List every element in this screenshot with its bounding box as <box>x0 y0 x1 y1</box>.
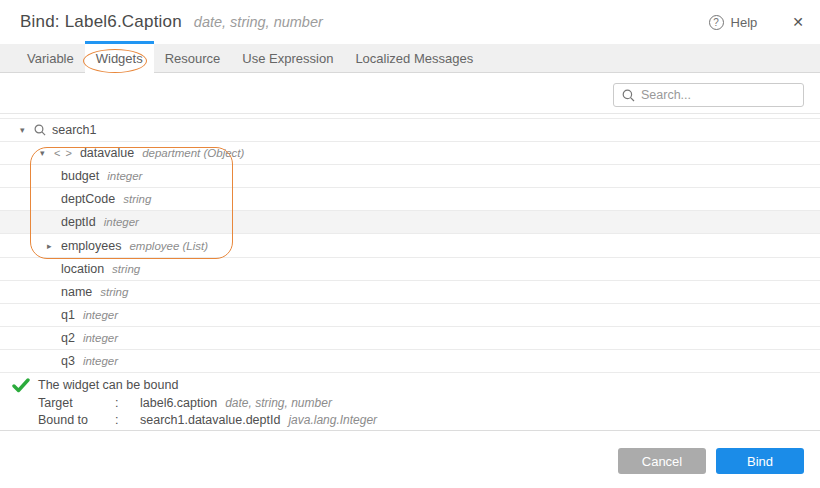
tree-node-type: integer <box>104 216 139 228</box>
active-tab-indicator <box>85 41 154 44</box>
tab-widgets-label: Widgets <box>96 51 143 66</box>
tree-node-label: q3 <box>61 354 75 368</box>
widget-tree: ▾ search1 ▾ < > datavalue department (Ob… <box>0 118 820 373</box>
tree-node-type: integer <box>107 170 142 182</box>
header-actions: ? Help ✕ <box>709 14 804 30</box>
target-type: date, string, number <box>225 395 332 413</box>
cancel-button[interactable]: Cancel <box>618 448 706 474</box>
tab-resource[interactable]: Resource <box>154 44 232 72</box>
search-input[interactable] <box>641 88 795 102</box>
tab-widgets[interactable]: Widgets <box>85 44 154 73</box>
dialog-title: Bind: Label6.Caption <box>20 12 182 32</box>
tab-use-expression[interactable]: Use Expression <box>231 44 344 72</box>
tree-node-label: employees <box>61 239 121 253</box>
bind-dialog: Bind: Label6.Caption date, string, numbe… <box>0 0 820 488</box>
tree-node-label: deptCode <box>61 192 115 206</box>
tree-node-type: string <box>123 193 151 205</box>
bound-to-type: java.lang.Integer <box>288 412 377 430</box>
chevron-right-icon[interactable]: ▸ <box>47 241 61 251</box>
tree-node-type: integer <box>83 355 118 367</box>
tree-row-deptCode[interactable]: deptCode string <box>0 188 820 211</box>
tree-node-label: name <box>61 285 92 299</box>
status-bound-row: Bound to : search1.datavalue.deptId java… <box>38 412 820 430</box>
tree-node-type: department (Object) <box>142 147 244 159</box>
help-button[interactable]: Help <box>731 15 758 30</box>
tree-row-q1[interactable]: q1 integer <box>0 304 820 327</box>
tab-localized-messages-label: Localized Messages <box>355 51 473 66</box>
close-icon[interactable]: ✕ <box>792 14 804 30</box>
tree-node-label: deptId <box>61 215 96 229</box>
bound-to-value: search1.datavalue.deptId <box>140 412 280 430</box>
help-icon[interactable]: ? <box>709 15 724 30</box>
tree-node-type: string <box>112 263 140 275</box>
tab-bar: Variable Widgets Resource Use Expression… <box>0 44 820 73</box>
chevron-down-icon[interactable]: ▾ <box>20 125 34 135</box>
status-lines: The widget can be bound Target : label6.… <box>0 373 820 430</box>
tree-node-label: budget <box>61 169 99 183</box>
tree-node-label: datavalue <box>80 146 134 160</box>
search-icon <box>622 89 635 102</box>
tree-row-location[interactable]: location string <box>0 258 820 281</box>
tree-row-q3[interactable]: q3 integer <box>0 350 820 373</box>
target-value: label6.caption <box>140 395 217 413</box>
check-icon <box>12 378 30 393</box>
footer-actions: Cancel Bind <box>618 448 804 474</box>
bind-button[interactable]: Bind <box>716 448 804 474</box>
tree-row-datavalue[interactable]: ▾ < > datavalue department (Object) <box>0 142 820 165</box>
tab-use-expression-label: Use Expression <box>242 51 333 66</box>
colon: : <box>115 412 140 430</box>
tree-row-deptId[interactable]: deptId integer <box>0 211 820 234</box>
tree-node-label: q2 <box>61 331 75 345</box>
bound-to-label: Bound to <box>38 412 115 430</box>
tree-node-type: employee (List) <box>129 240 208 252</box>
tab-variable-label: Variable <box>27 51 74 66</box>
colon: : <box>115 395 140 413</box>
tree-node-label: search1 <box>52 123 96 137</box>
target-label: Target <box>38 395 115 413</box>
content-divider <box>0 113 820 114</box>
footer-divider <box>0 430 820 431</box>
tab-resource-label: Resource <box>165 51 221 66</box>
chevron-down-icon[interactable]: ▾ <box>40 148 54 158</box>
tree-row-name[interactable]: name string <box>0 281 820 304</box>
tree-row-search1[interactable]: ▾ search1 <box>0 119 820 142</box>
tab-variable[interactable]: Variable <box>16 44 85 72</box>
tab-localized-messages[interactable]: Localized Messages <box>344 44 484 72</box>
status-message: The widget can be bound <box>38 377 820 395</box>
object-code-icon: < > <box>54 147 73 159</box>
tree-node-type: integer <box>83 309 118 321</box>
search-box[interactable] <box>613 83 804 107</box>
status-target-row: Target : label6.caption date, string, nu… <box>38 395 820 413</box>
tree-node-label: q1 <box>61 308 75 322</box>
tree-node-type: integer <box>83 332 118 344</box>
tree-row-employees[interactable]: ▸ employees employee (List) <box>0 234 820 257</box>
dialog-header: Bind: Label6.Caption date, string, numbe… <box>0 0 820 44</box>
tree-row-q2[interactable]: q2 integer <box>0 327 820 350</box>
bind-status-panel: The widget can be bound Target : label6.… <box>0 373 820 430</box>
tree-row-budget[interactable]: budget integer <box>0 165 820 188</box>
search-widget-icon <box>34 124 46 136</box>
dialog-subtitle: date, string, number <box>194 14 323 30</box>
tree-node-type: string <box>100 286 128 298</box>
tree-node-label: location <box>61 262 104 276</box>
